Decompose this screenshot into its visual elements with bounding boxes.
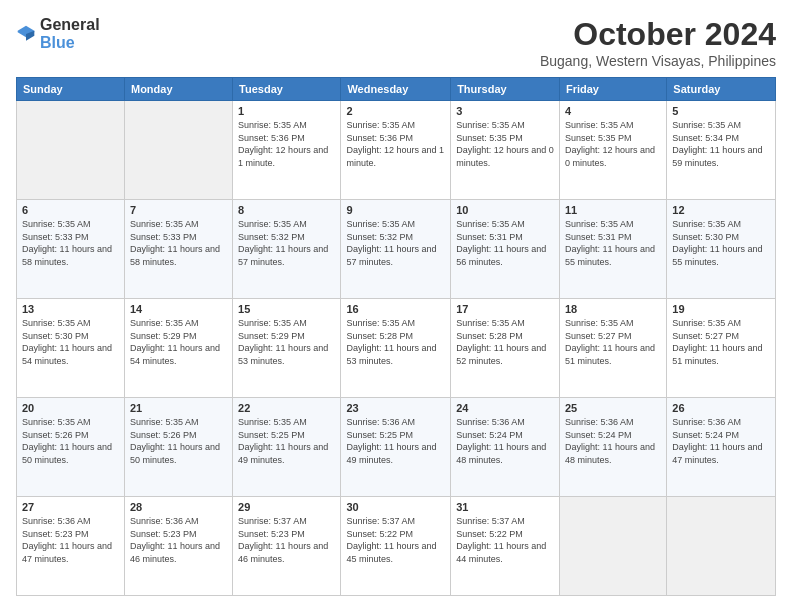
- cell-content: 2Sunrise: 5:35 AM Sunset: 5:36 PM Daylig…: [346, 105, 445, 169]
- calendar-cell: [667, 497, 776, 596]
- calendar-cell: 25Sunrise: 5:36 AM Sunset: 5:24 PM Dayli…: [559, 398, 666, 497]
- day-detail: Sunrise: 5:36 AM Sunset: 5:23 PM Dayligh…: [130, 515, 227, 565]
- calendar-cell: 31Sunrise: 5:37 AM Sunset: 5:22 PM Dayli…: [451, 497, 560, 596]
- logo-icon: [16, 24, 36, 44]
- day-detail: Sunrise: 5:35 AM Sunset: 5:31 PM Dayligh…: [565, 218, 661, 268]
- cell-content: 1Sunrise: 5:35 AM Sunset: 5:36 PM Daylig…: [238, 105, 335, 169]
- calendar-cell: 18Sunrise: 5:35 AM Sunset: 5:27 PM Dayli…: [559, 299, 666, 398]
- day-number: 3: [456, 105, 554, 117]
- cell-content: 29Sunrise: 5:37 AM Sunset: 5:23 PM Dayli…: [238, 501, 335, 565]
- calendar-cell: 30Sunrise: 5:37 AM Sunset: 5:22 PM Dayli…: [341, 497, 451, 596]
- cell-content: 19Sunrise: 5:35 AM Sunset: 5:27 PM Dayli…: [672, 303, 770, 367]
- calendar-cell: 23Sunrise: 5:36 AM Sunset: 5:25 PM Dayli…: [341, 398, 451, 497]
- day-detail: Sunrise: 5:35 AM Sunset: 5:32 PM Dayligh…: [346, 218, 445, 268]
- cell-content: 16Sunrise: 5:35 AM Sunset: 5:28 PM Dayli…: [346, 303, 445, 367]
- day-number: 4: [565, 105, 661, 117]
- logo-general: General: [40, 16, 100, 34]
- day-detail: Sunrise: 5:35 AM Sunset: 5:35 PM Dayligh…: [565, 119, 661, 169]
- calendar-cell: 27Sunrise: 5:36 AM Sunset: 5:23 PM Dayli…: [17, 497, 125, 596]
- cell-content: 30Sunrise: 5:37 AM Sunset: 5:22 PM Dayli…: [346, 501, 445, 565]
- calendar-table: Sunday Monday Tuesday Wednesday Thursday…: [16, 77, 776, 596]
- calendar-week-4: 20Sunrise: 5:35 AM Sunset: 5:26 PM Dayli…: [17, 398, 776, 497]
- day-number: 25: [565, 402, 661, 414]
- calendar-cell: 8Sunrise: 5:35 AM Sunset: 5:32 PM Daylig…: [233, 200, 341, 299]
- calendar-body: 1Sunrise: 5:35 AM Sunset: 5:36 PM Daylig…: [17, 101, 776, 596]
- title-block: October 2024 Bugang, Western Visayas, Ph…: [540, 16, 776, 69]
- header-thursday: Thursday: [451, 78, 560, 101]
- calendar-cell: 5Sunrise: 5:35 AM Sunset: 5:34 PM Daylig…: [667, 101, 776, 200]
- month-title: October 2024: [540, 16, 776, 53]
- cell-content: 23Sunrise: 5:36 AM Sunset: 5:25 PM Dayli…: [346, 402, 445, 466]
- calendar-cell: 16Sunrise: 5:35 AM Sunset: 5:28 PM Dayli…: [341, 299, 451, 398]
- calendar-cell: 3Sunrise: 5:35 AM Sunset: 5:35 PM Daylig…: [451, 101, 560, 200]
- cell-content: 25Sunrise: 5:36 AM Sunset: 5:24 PM Dayli…: [565, 402, 661, 466]
- cell-content: 18Sunrise: 5:35 AM Sunset: 5:27 PM Dayli…: [565, 303, 661, 367]
- calendar-cell: 17Sunrise: 5:35 AM Sunset: 5:28 PM Dayli…: [451, 299, 560, 398]
- calendar-cell: 10Sunrise: 5:35 AM Sunset: 5:31 PM Dayli…: [451, 200, 560, 299]
- calendar-cell: 26Sunrise: 5:36 AM Sunset: 5:24 PM Dayli…: [667, 398, 776, 497]
- cell-content: 26Sunrise: 5:36 AM Sunset: 5:24 PM Dayli…: [672, 402, 770, 466]
- day-detail: Sunrise: 5:35 AM Sunset: 5:26 PM Dayligh…: [22, 416, 119, 466]
- calendar-cell: [124, 101, 232, 200]
- calendar-cell: 19Sunrise: 5:35 AM Sunset: 5:27 PM Dayli…: [667, 299, 776, 398]
- day-detail: Sunrise: 5:37 AM Sunset: 5:22 PM Dayligh…: [346, 515, 445, 565]
- day-number: 28: [130, 501, 227, 513]
- calendar-cell: 1Sunrise: 5:35 AM Sunset: 5:36 PM Daylig…: [233, 101, 341, 200]
- calendar-cell: 6Sunrise: 5:35 AM Sunset: 5:33 PM Daylig…: [17, 200, 125, 299]
- day-detail: Sunrise: 5:35 AM Sunset: 5:28 PM Dayligh…: [456, 317, 554, 367]
- day-number: 20: [22, 402, 119, 414]
- logo: General Blue: [16, 16, 100, 52]
- cell-content: 14Sunrise: 5:35 AM Sunset: 5:29 PM Dayli…: [130, 303, 227, 367]
- day-detail: Sunrise: 5:35 AM Sunset: 5:27 PM Dayligh…: [565, 317, 661, 367]
- day-number: 12: [672, 204, 770, 216]
- calendar-week-1: 1Sunrise: 5:35 AM Sunset: 5:36 PM Daylig…: [17, 101, 776, 200]
- calendar-cell: 13Sunrise: 5:35 AM Sunset: 5:30 PM Dayli…: [17, 299, 125, 398]
- day-detail: Sunrise: 5:35 AM Sunset: 5:34 PM Dayligh…: [672, 119, 770, 169]
- day-number: 31: [456, 501, 554, 513]
- calendar-cell: 14Sunrise: 5:35 AM Sunset: 5:29 PM Dayli…: [124, 299, 232, 398]
- day-detail: Sunrise: 5:36 AM Sunset: 5:24 PM Dayligh…: [456, 416, 554, 466]
- header-tuesday: Tuesday: [233, 78, 341, 101]
- calendar-cell: 7Sunrise: 5:35 AM Sunset: 5:33 PM Daylig…: [124, 200, 232, 299]
- day-detail: Sunrise: 5:35 AM Sunset: 5:25 PM Dayligh…: [238, 416, 335, 466]
- day-detail: Sunrise: 5:35 AM Sunset: 5:33 PM Dayligh…: [22, 218, 119, 268]
- calendar-cell: 28Sunrise: 5:36 AM Sunset: 5:23 PM Dayli…: [124, 497, 232, 596]
- cell-content: 27Sunrise: 5:36 AM Sunset: 5:23 PM Dayli…: [22, 501, 119, 565]
- day-number: 19: [672, 303, 770, 315]
- calendar-header: Sunday Monday Tuesday Wednesday Thursday…: [17, 78, 776, 101]
- cell-content: 8Sunrise: 5:35 AM Sunset: 5:32 PM Daylig…: [238, 204, 335, 268]
- day-detail: Sunrise: 5:36 AM Sunset: 5:23 PM Dayligh…: [22, 515, 119, 565]
- calendar-week-3: 13Sunrise: 5:35 AM Sunset: 5:30 PM Dayli…: [17, 299, 776, 398]
- cell-content: 15Sunrise: 5:35 AM Sunset: 5:29 PM Dayli…: [238, 303, 335, 367]
- day-detail: Sunrise: 5:35 AM Sunset: 5:28 PM Dayligh…: [346, 317, 445, 367]
- day-number: 22: [238, 402, 335, 414]
- cell-content: 13Sunrise: 5:35 AM Sunset: 5:30 PM Dayli…: [22, 303, 119, 367]
- calendar-cell: 4Sunrise: 5:35 AM Sunset: 5:35 PM Daylig…: [559, 101, 666, 200]
- day-detail: Sunrise: 5:35 AM Sunset: 5:36 PM Dayligh…: [238, 119, 335, 169]
- day-number: 5: [672, 105, 770, 117]
- day-number: 7: [130, 204, 227, 216]
- day-detail: Sunrise: 5:35 AM Sunset: 5:30 PM Dayligh…: [22, 317, 119, 367]
- day-number: 8: [238, 204, 335, 216]
- day-detail: Sunrise: 5:35 AM Sunset: 5:29 PM Dayligh…: [238, 317, 335, 367]
- cell-content: 12Sunrise: 5:35 AM Sunset: 5:30 PM Dayli…: [672, 204, 770, 268]
- calendar-cell: 22Sunrise: 5:35 AM Sunset: 5:25 PM Dayli…: [233, 398, 341, 497]
- calendar-cell: 21Sunrise: 5:35 AM Sunset: 5:26 PM Dayli…: [124, 398, 232, 497]
- header-monday: Monday: [124, 78, 232, 101]
- day-number: 10: [456, 204, 554, 216]
- cell-content: 5Sunrise: 5:35 AM Sunset: 5:34 PM Daylig…: [672, 105, 770, 169]
- cell-content: 7Sunrise: 5:35 AM Sunset: 5:33 PM Daylig…: [130, 204, 227, 268]
- calendar-cell: 24Sunrise: 5:36 AM Sunset: 5:24 PM Dayli…: [451, 398, 560, 497]
- calendar-cell: [559, 497, 666, 596]
- day-detail: Sunrise: 5:35 AM Sunset: 5:36 PM Dayligh…: [346, 119, 445, 169]
- day-number: 9: [346, 204, 445, 216]
- location-title: Bugang, Western Visayas, Philippines: [540, 53, 776, 69]
- cell-content: 22Sunrise: 5:35 AM Sunset: 5:25 PM Dayli…: [238, 402, 335, 466]
- cell-content: 4Sunrise: 5:35 AM Sunset: 5:35 PM Daylig…: [565, 105, 661, 169]
- cell-content: 9Sunrise: 5:35 AM Sunset: 5:32 PM Daylig…: [346, 204, 445, 268]
- day-number: 14: [130, 303, 227, 315]
- day-detail: Sunrise: 5:36 AM Sunset: 5:25 PM Dayligh…: [346, 416, 445, 466]
- cell-content: 24Sunrise: 5:36 AM Sunset: 5:24 PM Dayli…: [456, 402, 554, 466]
- day-number: 1: [238, 105, 335, 117]
- day-number: 30: [346, 501, 445, 513]
